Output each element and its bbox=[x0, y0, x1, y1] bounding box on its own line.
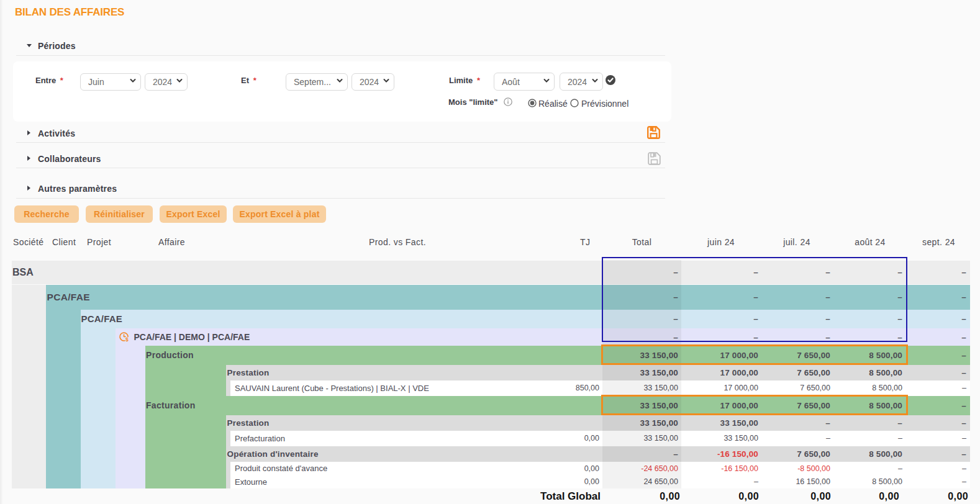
svg-text:$: $ bbox=[125, 336, 129, 342]
